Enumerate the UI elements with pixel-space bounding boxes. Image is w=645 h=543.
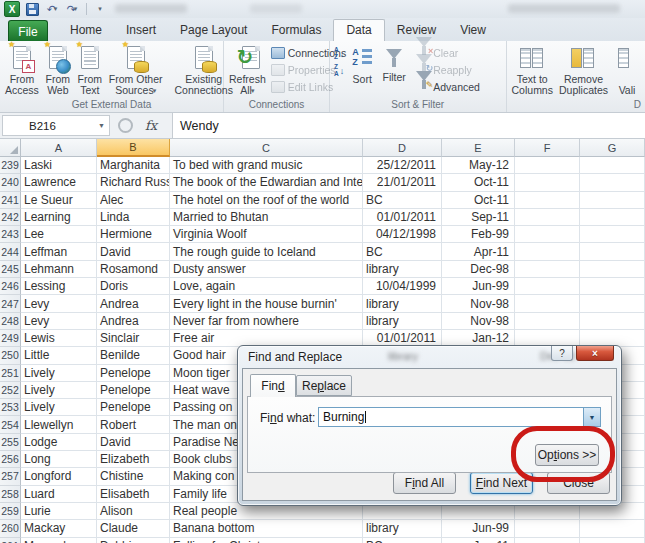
- cell[interactable]: Longford: [21, 468, 97, 485]
- cell[interactable]: [515, 174, 580, 191]
- row-header[interactable]: 260: [0, 520, 21, 537]
- cell[interactable]: BC: [363, 243, 442, 260]
- cell[interactable]: Penelope: [97, 365, 170, 382]
- cell[interactable]: [580, 278, 645, 295]
- cell[interactable]: [515, 261, 580, 278]
- find-what-input[interactable]: Burning ▼: [318, 407, 601, 427]
- cell[interactable]: Levy: [21, 313, 97, 330]
- undo-dropdown-icon[interactable]: ▾: [54, 5, 58, 13]
- cell[interactable]: Banana bottom: [170, 520, 363, 537]
- cell[interactable]: Llewellyn: [21, 416, 97, 433]
- column-header-c[interactable]: C: [170, 139, 363, 157]
- cell[interactable]: Rosamond: [97, 261, 170, 278]
- cell[interactable]: Long: [21, 451, 97, 468]
- row-header[interactable]: 253: [0, 399, 21, 416]
- tab-page-layout[interactable]: Page Layout: [168, 20, 259, 42]
- cell[interactable]: Lively: [21, 365, 97, 382]
- cell[interactable]: Elizabeth: [97, 451, 170, 468]
- row-header[interactable]: 249: [0, 330, 21, 347]
- cell[interactable]: May-12: [442, 157, 515, 174]
- cell[interactable]: [580, 313, 645, 330]
- cell[interactable]: Marghanita: [97, 157, 170, 174]
- cell[interactable]: [580, 209, 645, 226]
- row-header[interactable]: 251: [0, 365, 21, 382]
- cell[interactable]: [515, 295, 580, 312]
- cell[interactable]: Claude: [97, 520, 170, 537]
- cell[interactable]: Dec-98: [442, 261, 515, 278]
- cell[interactable]: Leffman: [21, 243, 97, 260]
- cell[interactable]: [580, 520, 645, 537]
- cell[interactable]: Luard: [21, 486, 97, 503]
- cell[interactable]: 01/01/2011: [363, 209, 442, 226]
- tab-home[interactable]: Home: [58, 20, 114, 42]
- cell[interactable]: [580, 174, 645, 191]
- cell[interactable]: Lively: [21, 399, 97, 416]
- cell[interactable]: Linda: [97, 209, 170, 226]
- cell[interactable]: 25/12/2011: [363, 157, 442, 174]
- cell[interactable]: The book of the Edwardian and Inter-: [170, 174, 363, 191]
- cell[interactable]: BC: [363, 538, 442, 543]
- data-validation-button[interactable]: Vali: [611, 42, 643, 96]
- cell[interactable]: Married to Bhutan: [170, 209, 363, 226]
- row-header[interactable]: 255: [0, 434, 21, 451]
- save-button[interactable]: [24, 2, 40, 16]
- cell[interactable]: Nov-98: [442, 295, 515, 312]
- cell[interactable]: library: [363, 520, 442, 537]
- dialog-close-button[interactable]: ×: [576, 346, 614, 361]
- cell[interactable]: Nov-98: [442, 313, 515, 330]
- cell[interactable]: Levy: [21, 295, 97, 312]
- cell[interactable]: Lively: [21, 382, 97, 399]
- undo-button[interactable]: ↶▾: [44, 2, 60, 16]
- customize-qat-button[interactable]: ▾: [93, 2, 109, 16]
- cell[interactable]: Jun-99: [442, 278, 515, 295]
- tab-view[interactable]: View: [448, 20, 498, 42]
- cell[interactable]: Learning: [21, 209, 97, 226]
- cell[interactable]: Dusty answer: [170, 261, 363, 278]
- cell[interactable]: BC: [363, 192, 442, 209]
- redo-dropdown-icon[interactable]: ▾: [74, 5, 78, 13]
- tab-file[interactable]: File: [8, 20, 48, 42]
- tab-find[interactable]: Find: [250, 374, 296, 397]
- row-header[interactable]: 246: [0, 278, 21, 295]
- sort-ascending-button[interactable]: AZ↓: [332, 45, 346, 62]
- tab-data[interactable]: Data: [333, 19, 384, 42]
- cell[interactable]: [515, 313, 580, 330]
- row-header[interactable]: 257: [0, 468, 21, 485]
- row-header[interactable]: 256: [0, 451, 21, 468]
- cell[interactable]: Lawrence: [21, 174, 97, 191]
- cell[interactable]: Love, again: [170, 278, 363, 295]
- name-box[interactable]: B216 ▼: [2, 115, 110, 136]
- cell[interactable]: library: [363, 313, 442, 330]
- cell[interactable]: Virginia Woolf: [170, 226, 363, 243]
- name-box-dropdown-icon[interactable]: ▼: [94, 122, 109, 129]
- cell[interactable]: David: [97, 434, 170, 451]
- row-header[interactable]: 261: [0, 538, 21, 543]
- cell[interactable]: Andrea: [97, 313, 170, 330]
- row-header[interactable]: 243: [0, 226, 21, 243]
- cell[interactable]: Never far from nowhere: [170, 313, 363, 330]
- cell[interactable]: Falling for Christmas: [170, 538, 363, 543]
- cell[interactable]: [515, 192, 580, 209]
- cell[interactable]: Debbie: [97, 538, 170, 543]
- find-all-button[interactable]: Find All: [393, 472, 456, 494]
- cell[interactable]: David: [97, 243, 170, 260]
- cell[interactable]: Le Sueur: [21, 192, 97, 209]
- cell[interactable]: The rough guide to Iceland: [170, 243, 363, 260]
- refresh-all-button[interactable]: ↻ Refresh All▾: [226, 42, 269, 96]
- from-text-button[interactable]: ★ FromText: [74, 42, 106, 96]
- cell[interactable]: [580, 261, 645, 278]
- cell[interactable]: Penelope: [97, 399, 170, 416]
- cell[interactable]: Every light in the house burnin': [170, 295, 363, 312]
- cell[interactable]: Chistine: [97, 468, 170, 485]
- row-header[interactable]: 242: [0, 209, 21, 226]
- cell[interactable]: Alec: [97, 192, 170, 209]
- cell[interactable]: [580, 192, 645, 209]
- cell[interactable]: Little: [21, 347, 97, 364]
- cell[interactable]: Penelope: [97, 382, 170, 399]
- row-header[interactable]: 247: [0, 295, 21, 312]
- cell[interactable]: [515, 538, 580, 543]
- cell[interactable]: 04/12/1998: [363, 226, 442, 243]
- cell[interactable]: Lodge: [21, 434, 97, 451]
- cell[interactable]: Lehmann: [21, 261, 97, 278]
- select-all-corner[interactable]: [0, 139, 21, 157]
